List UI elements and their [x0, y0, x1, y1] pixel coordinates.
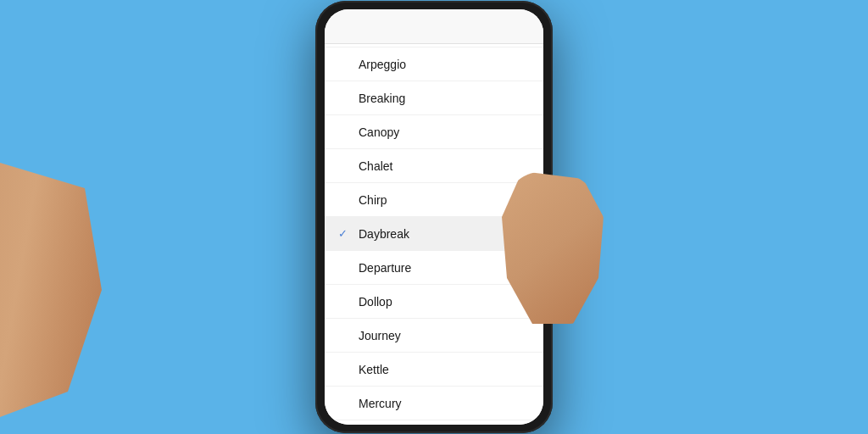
ringtone-label-journey: Journey	[359, 329, 401, 342]
ringtone-label-canopy: Canopy	[359, 125, 399, 139]
ringtone-label-arpeggio: Arpeggio	[359, 58, 406, 71]
ringtone-item-journey[interactable]: Journey	[325, 319, 543, 353]
checkmark-daybreak: ✓	[338, 227, 353, 240]
account-info	[325, 33, 543, 44]
phone-frame: Reflection (Default)ArpeggioBreakingCano…	[315, 1, 553, 433]
status-bar	[325, 9, 543, 33]
ringtone-label-dollop: Dollop	[359, 295, 392, 309]
ringtone-item-milky-way[interactable]: Milky Way	[325, 420, 543, 425]
ringtone-item-kettle[interactable]: Kettle	[325, 353, 543, 387]
ringtone-label-breaking: Breaking	[359, 92, 405, 105]
ringtone-item-dollop[interactable]: Dollop	[325, 285, 543, 319]
ringtone-label-kettle: Kettle	[359, 363, 389, 376]
ringtone-label-mercury: Mercury	[359, 397, 402, 410]
ringtone-label-departure: Departure	[359, 261, 411, 275]
ringtone-label-daybreak: Daybreak	[359, 227, 409, 241]
ringtone-item-chalet[interactable]: Chalet	[325, 149, 543, 183]
ringtone-item-breaking[interactable]: Breaking	[325, 81, 543, 115]
ringtone-item-mercury[interactable]: Mercury	[325, 387, 543, 420]
ringtone-label-chalet: Chalet	[359, 159, 392, 173]
ringtone-label-chirp: Chirp	[359, 193, 387, 207]
ringtone-item-canopy[interactable]: Canopy	[325, 115, 543, 149]
ringtone-item-arpeggio[interactable]: Arpeggio	[325, 47, 543, 81]
